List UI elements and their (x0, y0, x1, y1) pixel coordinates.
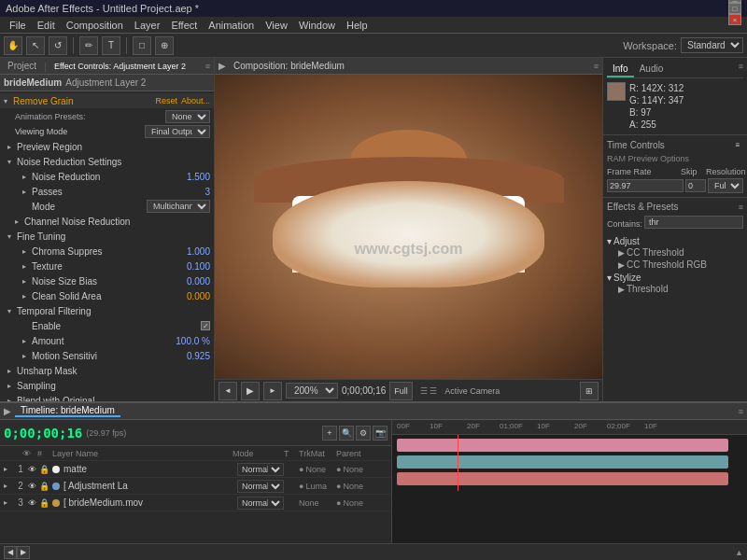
text-tool[interactable]: T (102, 36, 120, 55)
rotate-tool[interactable]: ↺ (49, 36, 67, 55)
layer3-mode[interactable]: Normal (237, 497, 284, 510)
effect-about[interactable]: About... (181, 96, 210, 105)
info-menu[interactable]: ≡ (739, 62, 743, 77)
layer1-expand[interactable]: ▸ (4, 465, 13, 473)
tab-project[interactable]: Project (4, 61, 40, 71)
tl-add-layer[interactable]: + (322, 426, 337, 441)
tc-framerate-input[interactable] (607, 179, 684, 192)
menu-animation[interactable]: Animation (203, 17, 260, 34)
channel-noise-expand[interactable]: ▸ (15, 217, 24, 226)
ep-search-input[interactable] (644, 216, 743, 229)
layer2-lock[interactable]: 🔒 (39, 482, 50, 491)
workspace-select[interactable]: Standard (681, 37, 743, 53)
tl-search[interactable]: 🔍 (339, 426, 354, 441)
layer2-eye[interactable]: 👁 (28, 482, 39, 491)
effect-expand[interactable]: ▾ (4, 97, 13, 105)
tl-footer-btn1[interactable]: ◀ (4, 546, 17, 559)
ep-threshold[interactable]: ▶ Threshold (607, 283, 743, 295)
tc-resolution-select[interactable]: Full (708, 178, 743, 193)
layer1-eye[interactable]: 👁 (28, 465, 39, 474)
menu-edit[interactable]: Edit (32, 17, 61, 34)
menu-file[interactable]: File (4, 17, 32, 34)
motion-value[interactable]: 0.925 (187, 351, 210, 361)
comp-menu-btn[interactable]: ≡ (594, 62, 599, 71)
texture-value[interactable]: 0.100 (187, 261, 210, 272)
comp-3d-btn[interactable]: ⊞ (580, 382, 599, 400)
temporal-expand[interactable]: ▾ (7, 307, 17, 315)
preview-region-expand[interactable]: ▸ (7, 143, 17, 151)
tab-audio[interactable]: Audio (634, 62, 669, 77)
close-button[interactable]: × (728, 14, 741, 25)
tl-camera[interactable]: 📷 (373, 426, 388, 441)
layer1-mode[interactable]: Normal (237, 463, 284, 476)
nr-expand[interactable]: ▸ (22, 173, 32, 181)
tl-tab[interactable]: Timeline: brideMedium (15, 405, 120, 417)
menu-effect[interactable]: Effect (165, 17, 203, 34)
clean-solid-label: Clean Solid Area (32, 291, 183, 301)
chroma-expand[interactable]: ▸ (22, 247, 32, 256)
clone-tool[interactable]: ⊕ (155, 36, 174, 55)
shape-tool[interactable]: □ (133, 36, 151, 55)
noise-reduction-expand[interactable]: ▾ (7, 158, 17, 166)
menu-composition[interactable]: Composition (61, 17, 129, 34)
layer3-expand[interactable]: ▸ (4, 498, 13, 507)
tc-menu[interactable]: ≡ (732, 139, 743, 150)
noise-size-value[interactable]: 0.000 (187, 276, 210, 287)
ep-menu[interactable]: ≡ (739, 203, 743, 212)
tab-effect-controls[interactable]: Effect Controls: Adjustment Layer 2 (50, 62, 190, 71)
mode-select[interactable]: Multichannel (147, 200, 210, 213)
chroma-value[interactable]: 1.000 (187, 246, 210, 257)
fine-tuning-expand[interactable]: ▾ (7, 232, 17, 241)
pen-tool[interactable]: ✏ (79, 36, 98, 55)
menu-layer[interactable]: Layer (129, 17, 166, 34)
ep-cc-threshold-rgb[interactable]: ▶ CC Threshold RGB (607, 259, 743, 271)
comp-tab[interactable]: Composition: brideMedium (230, 61, 348, 71)
amount-value[interactable]: 100.0 % (176, 336, 210, 346)
comp-play-btn[interactable]: ▶ (241, 382, 260, 400)
tab-info[interactable]: Info (607, 62, 634, 77)
menu-view[interactable]: View (260, 17, 293, 34)
menu-help[interactable]: Help (341, 17, 374, 34)
passes-expand[interactable]: ▸ (22, 188, 32, 196)
noise-size-expand[interactable]: ▸ (22, 277, 32, 286)
clean-solid-expand[interactable]: ▸ (22, 292, 32, 301)
ep-adjust-header[interactable]: ▾ Adjust (607, 236, 743, 246)
tc-skip-input[interactable] (685, 179, 706, 192)
playhead[interactable] (458, 435, 458, 491)
anim-presets-select[interactable]: None (165, 110, 210, 123)
passes-value[interactable]: 3 (204, 187, 210, 197)
selection-tool[interactable]: ↖ (26, 36, 45, 55)
layer1-lock[interactable]: 🔒 (39, 465, 50, 474)
comp-quality-btn[interactable]: Full (389, 382, 413, 400)
ep-cc-threshold[interactable]: ▶ CC Threshold (607, 246, 743, 259)
enable-checkbox[interactable]: ✓ (201, 321, 210, 330)
ep-stylize-header[interactable]: ▾ Stylize (607, 273, 743, 283)
clean-solid-value[interactable]: 0.000 (187, 291, 210, 301)
nr-value[interactable]: 1.500 (187, 172, 210, 182)
layer3-lock[interactable]: 🔒 (39, 498, 50, 508)
layer3-eye[interactable]: 👁 (28, 498, 39, 508)
amount-expand[interactable]: ▸ (22, 337, 32, 345)
motion-expand[interactable]: ▸ (22, 352, 32, 360)
ep-title: Effects & Presets (607, 202, 679, 212)
sampling-expand[interactable]: ▸ (7, 382, 17, 390)
effect-reset[interactable]: Reset (155, 96, 177, 105)
tl-menu[interactable]: ≡ (739, 407, 743, 416)
unsharp-expand[interactable]: ▸ (7, 367, 17, 375)
comp-prev-btn[interactable]: ◄ (218, 382, 237, 400)
texture-expand[interactable]: ▸ (22, 262, 32, 271)
menu-window[interactable]: Window (293, 17, 341, 34)
comp-zoom-select[interactable]: 200%100%50% (286, 383, 338, 399)
nr-label: Noise Reduction (32, 172, 183, 182)
maximize-button[interactable]: □ (728, 3, 741, 14)
blend-expand[interactable]: ▸ (7, 397, 17, 402)
panel-menu-btn[interactable]: ≡ (205, 62, 210, 71)
layer2-mode[interactable]: Normal (237, 480, 284, 493)
viewing-mode-select[interactable]: Final Output (145, 125, 210, 138)
tl-footer-btn2[interactable]: ▶ (17, 546, 30, 559)
tl-settings[interactable]: ⚙ (356, 426, 371, 441)
layer2-expand[interactable]: ▸ (4, 482, 13, 490)
comp-next-btn[interactable]: ► (263, 382, 282, 400)
hand-tool[interactable]: ✋ (4, 36, 22, 55)
tl-timecode[interactable]: 0;00;00;16 (4, 426, 82, 441)
